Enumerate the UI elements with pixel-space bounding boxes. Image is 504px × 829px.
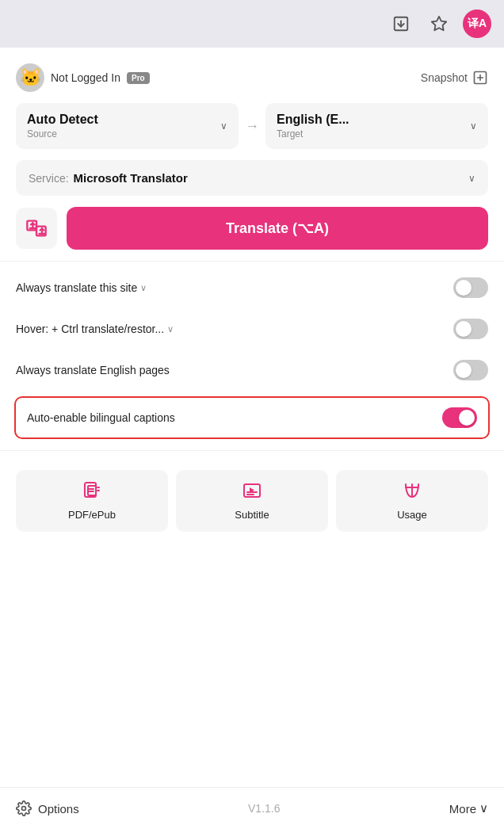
target-language-button[interactable]: English (E... Target ∨ (265, 103, 488, 149)
hover-translate-toggle[interactable] (453, 319, 488, 339)
subtitle-icon (242, 481, 262, 504)
target-chevron-icon: ∨ (470, 120, 477, 132)
user-section: 🐱 Not Logged In Pro (16, 63, 150, 92)
more-chevron-icon: ∨ (479, 801, 488, 816)
subtitle-label: Subtitle (235, 509, 269, 521)
service-chevron-icon: ∨ (468, 173, 475, 184)
target-language-name: English (E... (277, 113, 349, 127)
translate-extension-icon[interactable]: 译A (463, 10, 491, 38)
options-label: Options (38, 802, 79, 816)
divider-2 (0, 450, 504, 451)
avatar: 🐱 (16, 63, 44, 92)
download-icon[interactable] (387, 10, 415, 38)
pdf-epub-icon (82, 481, 101, 504)
subtitle-button[interactable]: Subtitle (176, 470, 328, 532)
source-chevron-icon: ∨ (220, 120, 227, 132)
options-button[interactable]: Options (16, 800, 79, 816)
translate-button[interactable]: Translate (⌥A) (67, 207, 488, 250)
always-translate-site-label: Always translate this site ∨ (16, 281, 147, 294)
pdf-epub-label: PDF/ePub (68, 509, 116, 521)
source-language-button[interactable]: Auto Detect Source ∨ (16, 103, 239, 149)
language-arrow-icon: → (245, 118, 259, 135)
service-label: Service: (29, 172, 69, 185)
target-language-type: Target (277, 128, 349, 139)
always-translate-english-label: Always translate English pages (16, 364, 170, 376)
translate-icon-button[interactable] (16, 208, 57, 249)
browser-bar: 译A (0, 0, 504, 48)
version-text: V1.1.6 (248, 802, 280, 815)
always-translate-english-toggle[interactable] (453, 360, 488, 380)
bilingual-captions-label: Auto-enable bilingual captions (27, 411, 175, 424)
always-translate-site-row: Always translate this site ∨ (16, 273, 488, 303)
snapshot-label: Snapshot (421, 71, 468, 84)
usage-icon (403, 481, 422, 504)
bilingual-captions-row: Auto-enable bilingual captions (14, 396, 490, 439)
more-label: More (449, 802, 476, 816)
header-row: 🐱 Not Logged In Pro Snapshot (16, 63, 488, 92)
more-button[interactable]: More ∨ (449, 801, 488, 816)
always-translate-chevron-icon: ∨ (140, 283, 147, 293)
hover-translate-label: Hover: + Ctrl translate/restor... ∨ (16, 323, 174, 335)
popup-container: 🐱 Not Logged In Pro Snapshot Auto Detect… (0, 48, 504, 787)
service-name: Microsoft Translator (74, 171, 188, 185)
usage-button[interactable]: Usage (336, 470, 488, 532)
hover-chevron-icon: ∨ (167, 324, 174, 334)
source-language-type: Source (27, 128, 98, 139)
bilingual-captions-toggle[interactable] (442, 407, 477, 428)
usage-label: Usage (397, 509, 427, 521)
snapshot-button[interactable]: Snapshot (421, 70, 488, 86)
not-logged-in-text: Not Logged In (51, 71, 120, 84)
pro-badge: Pro (127, 72, 150, 84)
star-icon[interactable] (425, 10, 453, 38)
service-left: Service: Microsoft Translator (29, 171, 188, 185)
svg-marker-2 (432, 17, 446, 30)
action-buttons-row: PDF/ePub Subtitle Usage (16, 462, 488, 540)
always-translate-site-toggle[interactable] (453, 277, 488, 298)
language-row: Auto Detect Source ∨ → English (E... Tar… (16, 103, 488, 149)
translate-row: Translate (⌥A) (16, 207, 488, 250)
source-language-name: Auto Detect (27, 113, 98, 127)
svg-point-24 (22, 807, 26, 811)
pdf-epub-button[interactable]: PDF/ePub (16, 470, 168, 532)
footer: Options V1.1.6 More ∨ (0, 787, 504, 829)
always-translate-english-row: Always translate English pages (16, 355, 488, 385)
divider-1 (0, 261, 504, 262)
hover-translate-row: Hover: + Ctrl translate/restor... ∨ (16, 314, 488, 344)
service-selector[interactable]: Service: Microsoft Translator ∨ (16, 160, 488, 196)
